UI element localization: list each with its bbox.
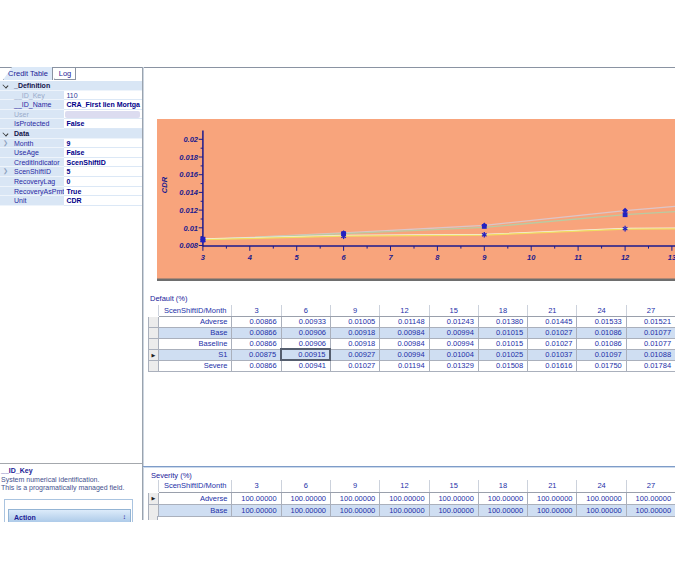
svg-text:4: 4 bbox=[247, 253, 253, 262]
svg-text:0.012: 0.012 bbox=[179, 206, 199, 215]
svg-text:CDR: CDR bbox=[160, 176, 169, 193]
svg-text:0.016: 0.016 bbox=[179, 170, 199, 179]
svg-text:13: 13 bbox=[668, 253, 675, 262]
svg-text:0.01: 0.01 bbox=[183, 224, 198, 233]
svg-text:0.008: 0.008 bbox=[179, 241, 199, 250]
svg-text:0.018: 0.018 bbox=[179, 153, 199, 162]
svg-text:10: 10 bbox=[527, 253, 536, 262]
svg-text:11: 11 bbox=[574, 253, 582, 262]
svg-text:0.014: 0.014 bbox=[179, 188, 199, 197]
svg-text:0.02: 0.02 bbox=[183, 135, 198, 144]
svg-text:12: 12 bbox=[621, 253, 630, 262]
